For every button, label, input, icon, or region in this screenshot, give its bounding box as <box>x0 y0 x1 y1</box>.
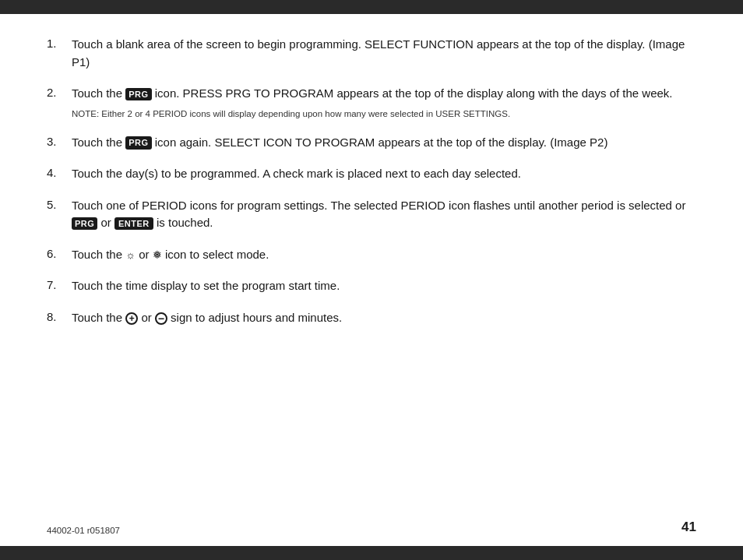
step-list: 1. Touch a blank area of the screen to b… <box>47 36 696 340</box>
snowflake-icon: ❅ <box>153 247 162 263</box>
footer: 44002-01 r051807 41 <box>0 512 743 546</box>
step-text-7: Touch the time display to set the progra… <box>72 279 340 292</box>
step-item-4: 4. Touch the day(s) to be programmed. A … <box>47 165 696 183</box>
content-area: 1. Touch a blank area of the screen to b… <box>0 14 743 512</box>
prg-badge-2: PRG <box>125 88 151 100</box>
step-number-6: 6. <box>47 246 72 260</box>
step-number-1: 1. <box>47 36 72 50</box>
step-note-2: NOTE: Either 2 or 4 PERIOD icons will di… <box>72 107 696 120</box>
footer-doc: 44002-01 r051807 <box>47 526 120 535</box>
step-content-7: Touch the time display to set the progra… <box>72 277 696 295</box>
footer-page: 41 <box>681 519 696 535</box>
plus-circle-icon: + <box>125 312 138 325</box>
top-bar <box>0 0 743 14</box>
step-text-5-before: Touch one of PERIOD icons for program se… <box>72 199 685 212</box>
step-item-6: 6. Touch the ☼ or ❅ icon to select mode. <box>47 246 696 264</box>
step-content-4: Touch the day(s) to be programmed. A che… <box>72 165 696 183</box>
step-text-4: Touch the day(s) to be programmed. A che… <box>72 167 521 180</box>
step-item-8: 8. Touch the + or − sign to adjust hours… <box>47 309 696 327</box>
step-item-3: 3. Touch the PRG icon again. SELECT ICON… <box>47 134 696 152</box>
step-text-1: Touch a blank area of the screen to begi… <box>72 37 685 69</box>
step-number-5: 5. <box>47 197 72 211</box>
step-item-5: 5. Touch one of PERIOD icons for program… <box>47 197 696 232</box>
step-content-6: Touch the ☼ or ❅ icon to select mode. <box>72 246 696 264</box>
step-text-6-after: icon to select mode. <box>162 248 269 261</box>
step-number-3: 3. <box>47 134 72 148</box>
step-content-8: Touch the + or − sign to adjust hours an… <box>72 309 696 327</box>
step-item-1: 1. Touch a blank area of the screen to b… <box>47 36 696 71</box>
prg-badge-3: PRG <box>125 136 151 149</box>
step-text-3-before: Touch the <box>72 136 125 149</box>
bottom-bar <box>0 546 743 560</box>
step-text-6-before: Touch the <box>72 248 125 261</box>
enter-badge-5: ENTER <box>114 217 153 230</box>
prg-badge-5: PRG <box>72 217 97 230</box>
step-text-5-middle: or <box>97 216 114 229</box>
step-content-1: Touch a blank area of the screen to begi… <box>72 36 696 71</box>
step-number-8: 8. <box>47 309 72 323</box>
step-number-7: 7. <box>47 277 72 291</box>
step-content-3: Touch the PRG icon again. SELECT ICON TO… <box>72 134 696 152</box>
step-item-7: 7. Touch the time display to set the pro… <box>47 277 696 295</box>
step-content-5: Touch one of PERIOD icons for program se… <box>72 197 696 232</box>
minus-circle-icon: − <box>155 312 167 325</box>
step-text-2-after: icon. PRESS PRG TO PROGRAM appears at th… <box>152 86 673 100</box>
step-text-2-before: Touch the <box>72 86 125 100</box>
step-text-3-after: icon again. SELECT ICON TO PROGRAM appea… <box>152 136 608 149</box>
step-text-8-middle: or <box>138 311 155 324</box>
step-text-8-before: Touch the <box>72 311 125 324</box>
step-item-2: 2. Touch the PRG icon. PRESS PRG TO PROG… <box>47 85 696 120</box>
step-number-4: 4. <box>47 165 72 179</box>
step-number-2: 2. <box>47 85 72 99</box>
step-text-6-middle: or <box>136 248 153 261</box>
step-content-2: Touch the PRG icon. PRESS PRG TO PROGRAM… <box>72 85 696 120</box>
sun-icon: ☼ <box>125 247 136 263</box>
step-text-5-after: is touched. <box>153 216 213 229</box>
step-text-8-after: sign to adjust hours and minutes. <box>167 311 342 324</box>
